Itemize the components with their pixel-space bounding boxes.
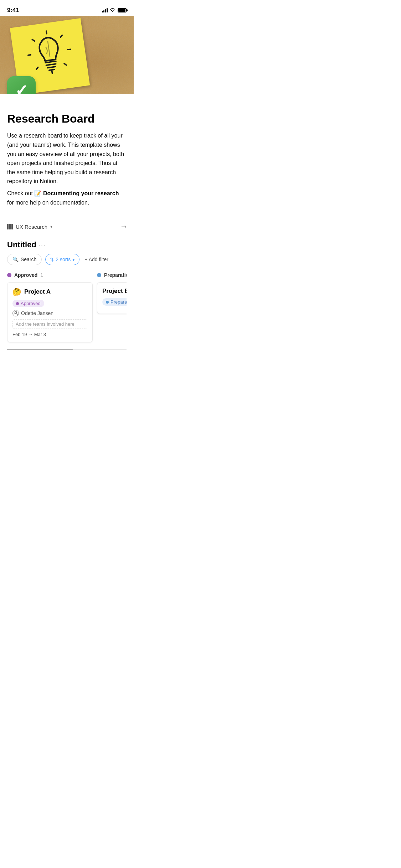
more-options-icon[interactable]: ··· <box>38 241 46 249</box>
project-b-title-row: Project B <box>102 288 127 295</box>
preparation-dot <box>97 273 101 277</box>
svg-line-10 <box>46 64 56 65</box>
signal-icon <box>102 8 108 12</box>
svg-line-12 <box>49 69 55 70</box>
doc-link[interactable]: Documenting your research <box>43 190 119 196</box>
card-title-row: 🤔 Project A <box>12 288 87 296</box>
column-approved-header: Approved 1 <box>7 272 93 278</box>
board-container: Approved 1 🤔 Project A Approved <box>7 272 127 346</box>
sort-label: 2 sorts <box>56 257 71 262</box>
add-filter-label: + Add filter <box>84 257 108 262</box>
column-preparation-header: Preparation 1 <box>97 272 127 278</box>
project-b-status-badge: Preparation <box>102 298 127 306</box>
sort-icon: ⇅ <box>50 257 54 262</box>
cork-board: ✓ <box>0 16 134 94</box>
view-title: Untitled <box>7 240 36 249</box>
view-title-row: Untitled ··· <box>7 240 127 249</box>
project-a-status-text: Approved <box>21 301 41 306</box>
svg-line-1 <box>46 31 47 33</box>
approved-dot <box>7 273 11 277</box>
project-a-title: Project A <box>24 288 51 295</box>
card-assignee-row: Odette Jansen <box>12 310 87 316</box>
approved-count: 1 <box>40 272 43 278</box>
chevron-down-icon[interactable]: ▾ <box>50 224 52 229</box>
scroll-indicator <box>7 349 127 351</box>
page-description-2: Check out 📝 Documenting your research fo… <box>7 189 127 207</box>
expand-icon[interactable]: ↗ <box>119 222 128 231</box>
approved-label: Approved <box>14 272 37 278</box>
scroll-thumb <box>7 349 73 350</box>
sort-chevron-icon: ▾ <box>72 257 75 262</box>
approved-badge-dot <box>16 302 19 305</box>
page-title: Research Board <box>7 112 127 125</box>
search-button[interactable]: 🔍 Search <box>7 254 42 265</box>
sort-button[interactable]: ⇅ 2 sorts ▾ <box>45 254 79 265</box>
svg-line-5 <box>28 55 31 55</box>
svg-line-8 <box>52 71 52 73</box>
wifi-icon <box>110 8 115 13</box>
preparation-label: Preparation <box>104 272 127 278</box>
person-icon <box>12 310 19 316</box>
main-content: Research Board Use a research board to k… <box>0 112 134 351</box>
search-icon: 🔍 <box>12 257 19 262</box>
svg-line-7 <box>36 67 38 69</box>
preparation-badge-dot <box>106 301 109 304</box>
project-a-card[interactable]: 🤔 Project A Approved <box>7 282 93 342</box>
hero-image: ✓ <box>0 16 134 94</box>
search-label: Search <box>21 257 36 262</box>
project-a-emoji: 🤔 <box>12 288 21 296</box>
svg-line-11 <box>47 67 55 68</box>
database-section: UX Research ▾ ↗ Untitled ··· 🔍 Search ⇅ … <box>7 218 127 351</box>
svg-point-14 <box>15 311 16 313</box>
status-time: 9:41 <box>7 7 19 14</box>
project-a-dates: Feb 19 → Mar 3 <box>12 332 87 337</box>
battery-icon <box>118 8 127 12</box>
database-header: UX Research ▾ ↗ <box>7 218 127 235</box>
column-approved: Approved 1 🤔 Project A Approved <box>7 272 93 342</box>
project-b-status-text: Preparation <box>110 299 127 305</box>
column-preparation: Preparation 1 Project B Preparation <box>97 272 127 342</box>
database-name: UX Research <box>16 224 47 230</box>
app-icon: ✓ <box>7 76 36 94</box>
svg-line-6 <box>64 63 66 65</box>
add-filter-button[interactable]: + Add filter <box>83 254 110 265</box>
project-a-status-badge: Approved <box>12 300 44 307</box>
assignee-name: Odette Jansen <box>21 310 53 316</box>
page-description-1: Use a research board to keep track of al… <box>7 131 127 186</box>
status-bar: 9:41 <box>0 0 134 16</box>
svg-line-4 <box>68 49 70 50</box>
teams-note: Add the teams involved here <box>12 319 87 329</box>
svg-line-13 <box>48 41 50 57</box>
status-icons <box>102 8 127 13</box>
scroll-track <box>7 349 127 350</box>
project-b-card[interactable]: Project B Preparation <box>97 282 127 314</box>
svg-line-3 <box>32 40 34 41</box>
board-view-icon <box>7 224 13 229</box>
checkmark-icon: ✓ <box>15 83 28 94</box>
svg-line-2 <box>61 35 62 37</box>
project-b-title: Project B <box>102 288 127 295</box>
filter-bar: 🔍 Search ⇅ 2 sorts ▾ + Add filter <box>7 254 127 265</box>
database-title-row[interactable]: UX Research ▾ <box>7 224 52 230</box>
